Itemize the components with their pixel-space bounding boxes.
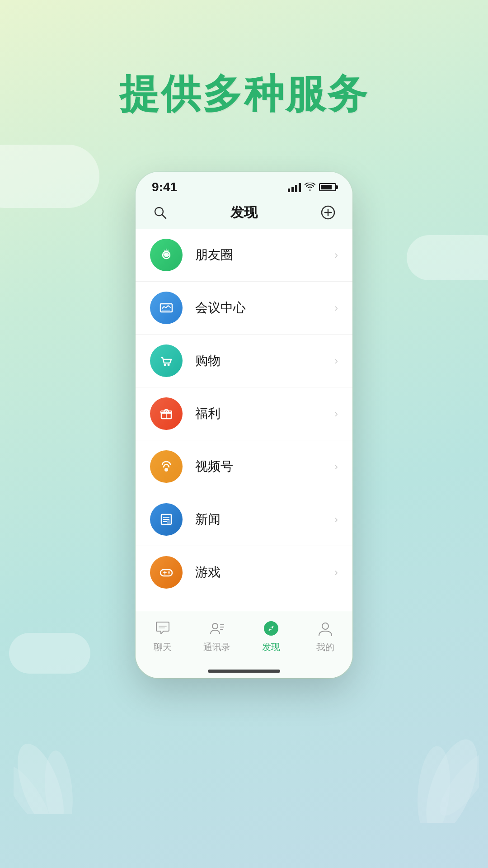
svg-point-15 — [164, 364, 166, 366]
svg-rect-26 — [167, 520, 170, 524]
home-indicator — [136, 666, 352, 678]
wifi-icon — [305, 183, 315, 192]
contacts-tab-label: 通讯录 — [203, 641, 230, 653]
svg-point-0 — [14, 738, 73, 814]
headline-text: 提供多种服务 — [0, 72, 488, 116]
video-chevron: › — [334, 460, 338, 473]
svg-point-16 — [168, 364, 170, 366]
chat-tab-label: 聊天 — [154, 641, 172, 653]
welfare-chevron: › — [334, 407, 338, 420]
tab-chat[interactable]: 聊天 — [145, 618, 181, 653]
shopping-label: 购物 — [195, 352, 334, 369]
video-label: 视频号 — [195, 458, 334, 475]
profile-tab-label: 我的 — [316, 641, 334, 653]
news-icon — [150, 503, 183, 536]
svg-point-4 — [414, 745, 453, 823]
status-time: 9:41 — [152, 180, 177, 194]
status-icons — [288, 182, 336, 192]
nav-title: 发现 — [230, 203, 258, 222]
profile-tab-icon — [315, 618, 335, 638]
games-chevron: › — [334, 566, 338, 579]
video-icon — [150, 450, 183, 483]
tab-discover[interactable]: 发现 — [253, 618, 289, 653]
svg-point-2 — [14, 760, 57, 814]
home-indicator-bar — [208, 670, 280, 673]
moments-label: 朋友圈 — [195, 246, 334, 264]
battery-icon — [319, 183, 336, 191]
news-label: 新闻 — [195, 511, 334, 528]
svg-point-40 — [322, 623, 328, 629]
games-label: 游戏 — [195, 564, 334, 581]
games-icon — [150, 556, 183, 589]
list-item-moments[interactable]: 朋友圈 › — [136, 229, 352, 282]
meeting-icon — [150, 292, 183, 324]
tab-bar: 聊天 通讯录 发现 — [136, 611, 352, 666]
moments-icon — [150, 239, 183, 271]
chat-tab-icon — [153, 618, 173, 638]
add-button[interactable] — [318, 203, 338, 222]
discover-tab-label: 发现 — [262, 641, 280, 653]
nav-bar: 发现 — [136, 198, 352, 229]
signal-icon — [288, 182, 301, 192]
svg-point-30 — [168, 571, 170, 573]
svg-point-34 — [212, 623, 218, 629]
list-item-shopping[interactable]: 购物 › — [136, 335, 352, 387]
shopping-icon — [150, 344, 183, 377]
list-item-welfare[interactable]: 福利 › — [136, 387, 352, 440]
status-bar: 9:41 — [136, 172, 352, 198]
list-item-meeting[interactable]: 会议中心 › — [136, 282, 352, 335]
shopping-chevron: › — [334, 354, 338, 367]
moments-chevron: › — [334, 249, 338, 261]
news-chevron: › — [334, 513, 338, 526]
menu-list: 朋友圈 › 会议中心 › 购 — [136, 229, 352, 611]
tab-contacts[interactable]: 通讯录 — [199, 618, 235, 653]
svg-point-21 — [164, 468, 168, 472]
list-item-video[interactable]: 视频号 › — [136, 440, 352, 493]
contacts-tab-icon — [207, 618, 227, 638]
svg-point-31 — [168, 573, 170, 575]
meeting-label: 会议中心 — [195, 299, 334, 316]
welfare-icon — [150, 397, 183, 430]
list-item-games[interactable]: 游戏 › — [136, 546, 352, 599]
discover-tab-icon — [261, 618, 281, 638]
meeting-chevron: › — [334, 302, 338, 314]
svg-line-7 — [162, 215, 166, 218]
list-item-news[interactable]: 新闻 › — [136, 493, 352, 546]
tab-profile[interactable]: 我的 — [307, 618, 343, 653]
welfare-label: 福利 — [195, 405, 334, 422]
phone-mockup: 9:41 发现 — [136, 172, 352, 678]
svg-point-3 — [416, 733, 479, 823]
search-button[interactable] — [150, 203, 170, 222]
svg-point-39 — [270, 627, 272, 630]
svg-point-5 — [432, 746, 479, 822]
svg-point-1 — [42, 750, 75, 814]
